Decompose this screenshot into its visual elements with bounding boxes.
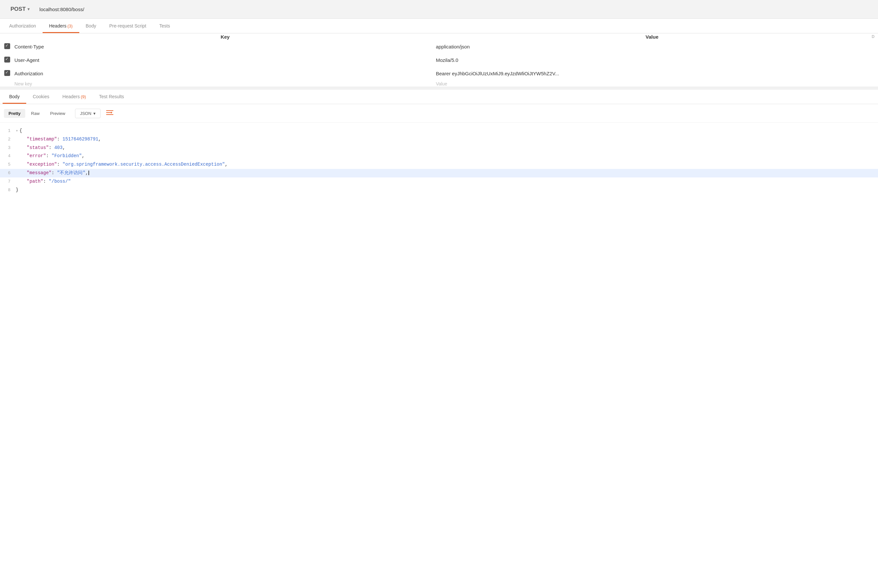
line-content: "timestamp": 1517646298791, [16,135,878,143]
line-number: 4 [0,153,16,160]
line-number: 2 [0,136,16,143]
request-tabs-bar: Authorization Headers(3) Body Pre-reques… [0,19,878,33]
json-line: 6 "message": "不允许访问", [0,169,878,177]
url-input[interactable] [35,4,873,15]
key-cell: Content-Type [14,40,436,53]
tab-tests[interactable]: Tests [153,19,177,33]
line-content: "error": "Forbidden", [16,152,878,160]
line-content: "message": "不允许访问", [16,169,878,177]
value-cell: Mozila/5.0 [436,53,868,67]
format-raw[interactable]: Raw [27,109,44,118]
json-line: 4 "error": "Forbidden", [0,152,878,160]
response-tabs-bar: Body Cookies Headers(9) Test Results [0,89,878,104]
format-preview[interactable]: Preview [45,109,70,118]
col-checkbox [0,33,14,40]
json-format-label: JSON [80,111,92,116]
json-line: 8 } [0,186,878,195]
key-cell: Authorization [14,67,436,80]
table-row: Authorization Bearer eyJhbGciOiJlUzUxMiJ… [0,67,878,80]
table-row: User-Agent Mozila/5.0 [0,53,878,67]
value-cell: Bearer eyJhbGciOiJlUzUxMiJ9.eyJzdWliOiJt… [436,67,868,80]
tab-pre-request-script[interactable]: Pre-request Script [102,19,153,33]
line-number: 5 [0,161,16,168]
checkbox-cell[interactable] [0,67,14,80]
line-number: 3 [0,144,16,152]
json-format-selector[interactable]: JSON ▾ [75,109,101,118]
checkbox-cell[interactable] [0,53,14,67]
json-line: 2 "timestamp": 1517646298791, [0,135,878,144]
method-selector[interactable]: POST ▾ [5,3,35,15]
line-number: 1 [0,128,16,135]
new-value-cell[interactable]: Value [436,80,868,87]
wrap-icon [105,108,114,118]
json-line: 3 "status": 403, [0,144,878,152]
format-bar: Pretty Raw Preview JSON ▾ [0,104,878,123]
col-desc-header: D [868,33,878,40]
row-checkbox[interactable] [4,43,10,49]
new-key-cell[interactable]: New key [14,80,436,87]
line-content: "path": "/boss/" [16,178,878,186]
tab-test-results[interactable]: Test Results [92,89,131,104]
json-line: 5 "exception": "org.springframework.secu… [0,160,878,169]
format-pretty[interactable]: Pretty [4,109,25,118]
top-bar: POST ▾ [0,0,878,19]
table-row: Content-Type application/json [0,40,878,53]
line-content: "exception": "org.springframework.securi… [16,161,878,169]
tab-headers-response[interactable]: Headers(9) [56,89,93,104]
tab-headers[interactable]: Headers(3) [43,19,79,33]
wrap-button[interactable] [104,107,116,119]
json-format-chevron: ▾ [93,111,96,116]
desc-cell [868,67,878,80]
row-checkbox[interactable] [4,70,10,76]
col-key-header: Key [14,33,436,40]
desc-cell [868,40,878,53]
checkbox-cell[interactable] [0,40,14,53]
tab-body-response[interactable]: Body [3,89,26,104]
line-content: "status": 403, [16,144,878,152]
method-chevron: ▾ [27,7,30,12]
headers-table: Key Value D Content-Type application/jso… [0,33,878,87]
line-number: 8 [0,187,16,194]
line-number: 7 [0,178,16,185]
new-key-row: New key Value [0,80,878,87]
line-number: 6 [0,170,16,177]
row-checkbox[interactable] [4,57,10,63]
tab-body-request[interactable]: Body [79,19,103,33]
json-line: 7 "path": "/boss/" [0,177,878,186]
new-desc-cell [868,80,878,87]
tab-authorization[interactable]: Authorization [3,19,43,33]
method-label: POST [11,6,26,12]
section-divider [0,87,878,89]
col-value-header: Value [436,33,868,40]
headers-section: Key Value D Content-Type application/jso… [0,33,878,87]
json-line: 1 ▾{ [0,127,878,135]
line-content: ▾{ [16,127,878,135]
new-checkbox-cell [0,80,14,87]
json-viewer: 1 ▾{ 2 "timestamp": 1517646298791, 3 "st… [0,123,878,198]
line-content: } [16,186,878,194]
tab-cookies[interactable]: Cookies [26,89,56,104]
key-cell: User-Agent [14,53,436,67]
desc-cell [868,53,878,67]
value-cell: application/json [436,40,868,53]
